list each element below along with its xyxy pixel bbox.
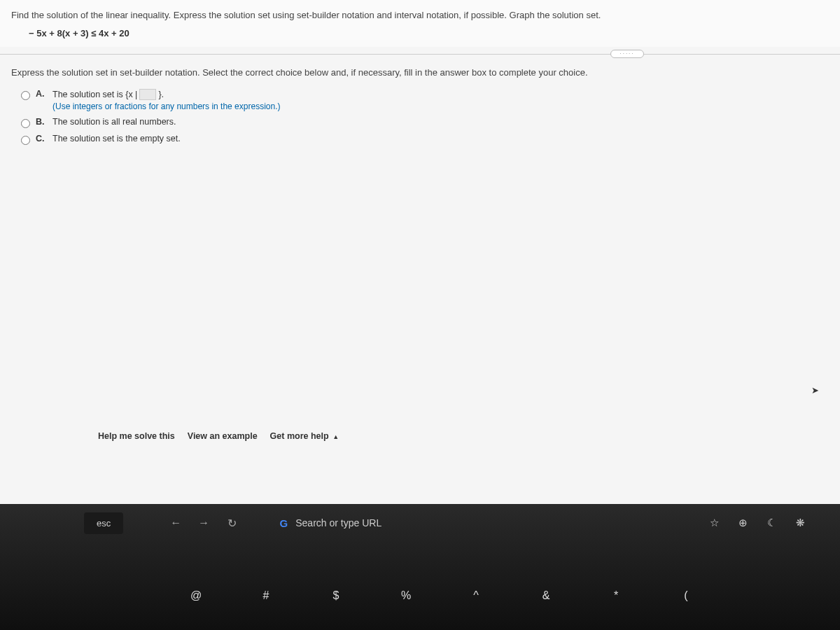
moon-icon[interactable]: ☾ — [767, 517, 776, 529]
omnibox-placeholder: Search or type URL — [295, 517, 382, 528]
browser-toolbar: esc ← → ↻ G Search or type URL ☆ ⊕ ☾ ❋ — [84, 510, 826, 536]
view-example-link[interactable]: View an example — [188, 431, 258, 441]
choice-a-main: The solution set is {x | }. — [52, 89, 280, 100]
key-caret: ^ — [462, 589, 490, 602]
key-hash: # — [252, 589, 280, 602]
back-button[interactable]: ← — [165, 517, 186, 529]
omnibox[interactable]: G Search or type URL — [277, 517, 529, 529]
sparkle-icon[interactable]: ❋ — [796, 517, 805, 529]
choice-a-letter: A. — [36, 89, 48, 99]
choice-c: C. The solution set is the empty set. — [21, 134, 819, 145]
key-paren: ( — [672, 589, 700, 602]
choices-group: A. The solution set is {x | }. (Use inte… — [0, 83, 840, 156]
choice-c-letter: C. — [36, 134, 48, 144]
radio-choice-a[interactable] — [21, 91, 30, 100]
choice-a-post: }. — [158, 90, 164, 99]
keyboard-row: @ # $ % ^ & * ( — [70, 589, 826, 602]
choice-a: A. The solution set is {x | }. (Use inte… — [21, 89, 819, 111]
choice-b: B. The solution is all real numbers. — [21, 117, 819, 128]
caret-up-icon: ▲ — [332, 433, 339, 440]
key-at: @ — [182, 589, 210, 602]
problem-header: Find the solution of the linear inequali… — [0, 0, 840, 47]
bookmark-star-icon[interactable]: ☆ — [710, 517, 719, 529]
key-star: * — [602, 589, 630, 602]
app-screen: Find the solution of the linear inequali… — [0, 0, 840, 504]
help-bar: Help me solve this View an example Get m… — [98, 431, 339, 441]
radio-choice-b[interactable] — [21, 119, 30, 128]
radio-choice-c[interactable] — [21, 136, 30, 145]
choice-b-text: The solution is all real numbers. — [52, 117, 176, 127]
choice-c-content: The solution set is the empty set. — [52, 134, 181, 144]
laptop-bezel: esc ← → ↻ G Search or type URL ☆ ⊕ ☾ ❋ @… — [0, 504, 840, 630]
problem-inequality: − 5x + 8(x + 3) ≤ 4x + 20 — [29, 28, 829, 38]
cursor-icon: ➤ — [811, 385, 819, 396]
key-amp: & — [532, 589, 560, 602]
choice-b-letter: B. — [36, 117, 48, 127]
esc-key[interactable]: esc — [84, 512, 123, 534]
choice-c-text: The solution set is the empty set. — [52, 134, 181, 144]
help-solve-link[interactable]: Help me solve this — [98, 431, 175, 441]
choice-a-note: (Use integers or fractions for any numbe… — [52, 102, 280, 111]
toolbar-right-icons: ☆ ⊕ ☾ ❋ — [710, 517, 826, 529]
answer-input-box[interactable] — [139, 89, 156, 100]
resize-handle[interactable]: ····· — [610, 50, 644, 58]
get-more-help-label: Get more help — [270, 431, 329, 441]
reload-button[interactable]: ↻ — [221, 517, 242, 530]
choice-a-pre: The solution set is {x | — [52, 90, 137, 99]
key-dollar: $ — [322, 589, 350, 602]
key-percent: % — [392, 589, 420, 602]
google-icon: G — [277, 517, 290, 529]
problem-statement: Find the solution of the linear inequali… — [11, 8, 829, 22]
forward-button[interactable]: → — [193, 517, 214, 529]
add-tab-icon[interactable]: ⊕ — [738, 517, 748, 529]
get-more-help-link[interactable]: Get more help ▲ — [270, 431, 339, 441]
section-divider: ····· — [0, 54, 840, 55]
choice-a-content: The solution set is {x | }. (Use integer… — [52, 89, 280, 111]
choice-b-content: The solution is all real numbers. — [52, 117, 176, 127]
instruction-text: Express the solution set in set-builder … — [0, 62, 840, 83]
